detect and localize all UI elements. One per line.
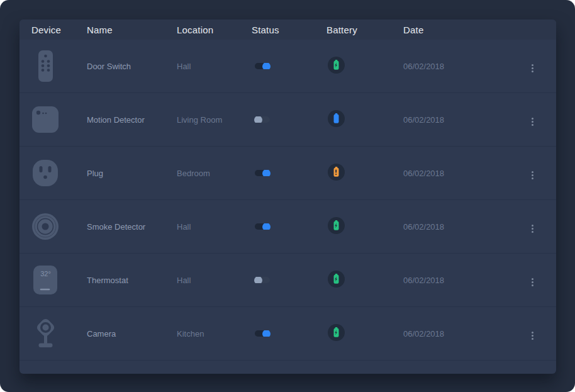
table-row: Camera Kitchen 06/02/2018 (20, 307, 556, 361)
door-switch-remote-icon (30, 50, 60, 82)
status-cell (252, 63, 327, 69)
status-toggle[interactable] (255, 277, 270, 283)
device-name: Smoke Detector (87, 222, 177, 232)
kebab-menu-icon[interactable] (529, 276, 536, 289)
battery-cell (327, 324, 403, 344)
column-header-date: Date (403, 25, 523, 35)
toggle-knob (254, 277, 262, 283)
status-cell (252, 116, 327, 123)
device-name: Motion Detector (87, 115, 177, 125)
battery-charging-icon (328, 217, 345, 234)
device-date: 06/02/2018 (403, 276, 523, 285)
table-header: Device Name Location Status Battery Date (20, 20, 556, 40)
kebab-menu-icon[interactable] (529, 329, 536, 342)
device-icon-cell (20, 317, 87, 350)
toggle-knob (262, 223, 271, 230)
actions-cell (523, 325, 556, 342)
kebab-menu-icon[interactable] (529, 62, 536, 75)
device-name: Plug (87, 169, 177, 178)
device-date: 06/02/2018 (403, 115, 523, 125)
device-location: Hall (177, 62, 252, 71)
device-icon-cell (20, 157, 87, 189)
battery-cell (327, 217, 403, 237)
battery-cell (327, 57, 403, 76)
camera-icon (30, 317, 60, 350)
device-date: 06/02/2018 (403, 62, 523, 71)
device-location: Living Room (177, 115, 252, 125)
status-cell (252, 223, 327, 230)
status-toggle[interactable] (255, 170, 270, 176)
smoke-detector-icon (30, 210, 60, 243)
kebab-menu-icon[interactable] (529, 222, 536, 235)
device-location: Kitchen (177, 329, 252, 339)
battery-full-icon (328, 110, 345, 127)
device-date: 06/02/2018 (403, 329, 523, 339)
actions-cell (523, 271, 556, 289)
toggle-knob (262, 330, 271, 337)
device-icon-cell (20, 210, 87, 243)
device-location: Hall (177, 222, 252, 232)
status-toggle[interactable] (255, 330, 270, 337)
status-cell (252, 170, 327, 176)
column-header-device: Device (20, 25, 87, 35)
plug-icon (30, 157, 60, 189)
battery-charging-icon (328, 57, 345, 74)
status-cell (252, 330, 327, 337)
table-row: Motion Detector Living Room 06/02/2018 (20, 93, 556, 147)
battery-charging-icon (328, 324, 345, 341)
device-location: Hall (177, 276, 252, 285)
status-cell (252, 277, 327, 283)
column-header-name: Name (87, 25, 177, 35)
table-row: Plug Bedroom 06/02/2018 (20, 147, 556, 200)
toggle-knob (262, 63, 271, 69)
actions-cell (523, 218, 556, 235)
column-header-battery: Battery (327, 25, 403, 35)
device-name: Thermostat (87, 276, 177, 285)
table-row: 32° Thermostat Hall 06/02/2018 (20, 254, 556, 307)
battery-cell (327, 164, 403, 183)
battery-cell (327, 271, 403, 290)
column-header-status: Status (252, 25, 327, 35)
status-toggle[interactable] (255, 116, 270, 123)
device-location: Bedroom (177, 169, 252, 178)
toggle-knob (262, 170, 271, 176)
actions-cell (523, 111, 556, 128)
device-name: Camera (87, 329, 177, 339)
motion-detector-icon (30, 103, 60, 136)
battery-low-icon (328, 164, 345, 181)
kebab-menu-icon[interactable] (529, 169, 536, 182)
svg-text:32°: 32° (40, 270, 51, 277)
device-icon-cell (20, 50, 87, 82)
device-date: 06/02/2018 (403, 222, 523, 232)
device-table-card: Device Name Location Status Battery Date… (20, 20, 556, 374)
toggle-knob (254, 116, 262, 123)
device-name: Door Switch (87, 62, 177, 71)
actions-cell (523, 57, 556, 75)
device-icon-cell (20, 103, 87, 136)
actions-cell (523, 164, 556, 182)
thermostat-icon: 32° (30, 264, 60, 296)
device-icon-cell: 32° (20, 264, 87, 296)
kebab-menu-icon[interactable] (529, 115, 536, 128)
table-row: Door Switch Hall 06/02/2018 (20, 40, 556, 93)
status-toggle[interactable] (255, 223, 270, 230)
app-background: Device Name Location Status Battery Date… (0, 0, 575, 392)
column-header-location: Location (177, 25, 252, 35)
device-date: 06/02/2018 (403, 169, 523, 178)
table-row: Smoke Detector Hall 06/02/2018 (20, 200, 556, 254)
battery-charging-icon (328, 271, 345, 288)
battery-cell (327, 110, 403, 130)
device-table-body: Door Switch Hall 06/02/2018 Motion Detec… (20, 40, 556, 361)
status-toggle[interactable] (255, 63, 270, 69)
